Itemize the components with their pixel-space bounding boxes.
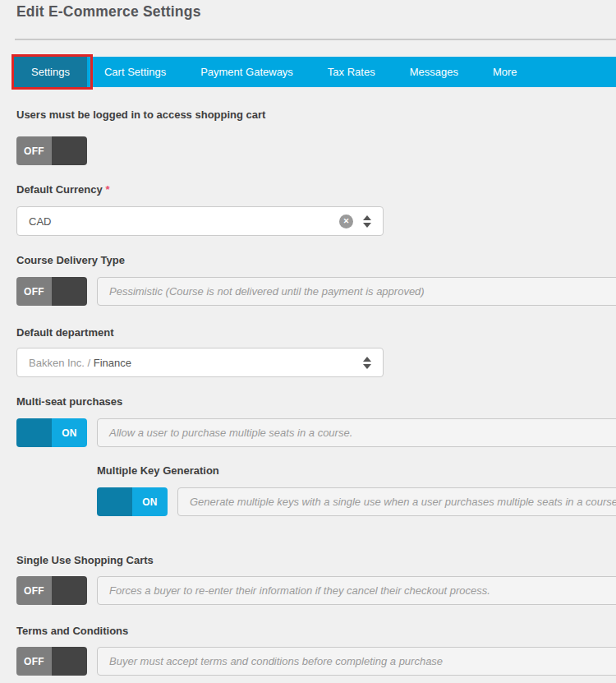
- header-divider: [15, 39, 616, 40]
- toggle-state-label: OFF: [16, 277, 52, 306]
- login-required-label: Users must be logged in to access shoppi…: [16, 108, 265, 121]
- default-department-select[interactable]: Bakken Inc. / Finance: [16, 348, 384, 377]
- tab-more[interactable]: More: [476, 57, 535, 87]
- login-required-toggle[interactable]: OFF: [16, 136, 87, 165]
- department-value: Bakken Inc. / Finance: [29, 357, 363, 369]
- tab-messages[interactable]: Messages: [393, 57, 476, 87]
- chevron-down-icon: [363, 223, 371, 228]
- multiple-key-generation-label: Multiple Key Generation: [97, 464, 219, 477]
- spinner-icon[interactable]: [363, 215, 371, 228]
- course-delivery-type-help: Pessimistic (Course is not delivered unt…: [97, 277, 616, 306]
- default-department-label: Default department: [16, 326, 113, 339]
- chevron-down-icon: [363, 364, 371, 369]
- tab-settings[interactable]: Settings: [14, 57, 87, 87]
- single-use-shopping-carts-toggle[interactable]: OFF: [16, 576, 87, 605]
- course-delivery-type-toggle[interactable]: OFF: [16, 277, 87, 306]
- toggle-state-label: OFF: [16, 576, 52, 605]
- toggle-track: [52, 277, 87, 306]
- multi-seat-purchases-toggle[interactable]: ON: [16, 418, 87, 447]
- settings-tab-bar: Settings Cart Settings Payment Gateways …: [14, 57, 616, 87]
- default-currency-select[interactable]: CAD ✕: [16, 206, 384, 236]
- toggle-state-label: ON: [132, 487, 168, 516]
- single-use-shopping-carts-help: Forces a buyer to re-enter their informa…: [97, 576, 616, 605]
- multiple-key-generation-help: Generate multiple keys with a single use…: [177, 487, 616, 516]
- terms-and-conditions-label: Terms and Conditions: [16, 625, 128, 637]
- chevron-up-icon: [363, 215, 371, 220]
- default-currency-label: Default Currency *: [16, 183, 109, 196]
- clear-icon[interactable]: ✕: [339, 215, 353, 228]
- multi-seat-purchases-help: Allow a user to purchase multiple seats …: [97, 418, 616, 447]
- toggle-state-label: ON: [52, 418, 87, 447]
- toggle-state-label: OFF: [16, 647, 52, 676]
- terms-and-conditions-toggle[interactable]: OFF: [16, 647, 87, 676]
- toggle-track: [16, 418, 52, 447]
- tab-payment-gateways[interactable]: Payment Gateways: [183, 57, 310, 87]
- required-asterisk: *: [105, 183, 109, 196]
- multi-seat-purchases-label: Multi-seat purchases: [16, 395, 122, 408]
- toggle-state-label: OFF: [16, 136, 52, 165]
- currency-value: CAD: [29, 215, 339, 228]
- toggle-track: [97, 487, 132, 516]
- department-name: Finance: [94, 357, 131, 369]
- label-text: Default Currency: [16, 183, 103, 196]
- toggle-track: [52, 576, 87, 605]
- toggle-track: [52, 647, 87, 676]
- terms-and-conditions-help: Buyer must accept terms and conditions b…: [97, 647, 616, 676]
- multiple-key-generation-toggle[interactable]: ON: [97, 487, 168, 516]
- department-path: Bakken Inc. /: [29, 357, 94, 369]
- page-title: Edit E-Commerce Settings: [16, 3, 201, 21]
- spinner-icon[interactable]: [363, 357, 371, 369]
- single-use-shopping-carts-label: Single Use Shopping Carts: [16, 554, 154, 566]
- tab-tax-rates[interactable]: Tax Rates: [310, 57, 393, 87]
- toggle-track: [52, 136, 87, 165]
- chevron-up-icon: [363, 357, 371, 362]
- tab-cart-settings[interactable]: Cart Settings: [87, 57, 183, 87]
- course-delivery-type-label: Course Delivery Type: [16, 254, 125, 266]
